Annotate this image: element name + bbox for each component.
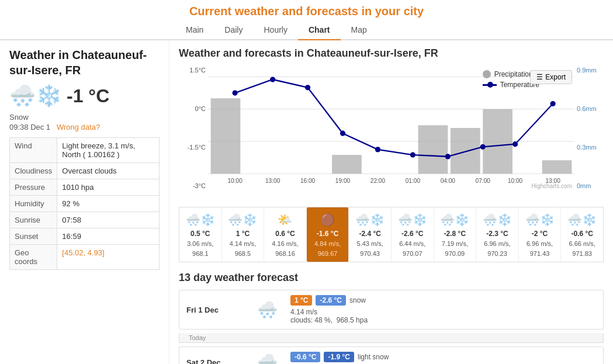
export-button[interactable]: ☰ Export bbox=[530, 70, 572, 84]
svg-point-10 bbox=[232, 90, 237, 95]
hourly-cell: 🌨️❄️ 1 °C 4.14 m/s, 968.5 bbox=[222, 207, 265, 262]
forecast-date: Fri 1 Dec bbox=[186, 306, 243, 314]
svg-text:01:00: 01:00 bbox=[406, 178, 421, 184]
tab-daily[interactable]: Daily bbox=[214, 20, 253, 40]
forecast-date: Sat 2 Dec bbox=[186, 358, 243, 365]
sidebar: Weather in Chateauneuf-sur-Isere, FR 🌨️❄… bbox=[0, 40, 169, 364]
row-label: Geo coords bbox=[10, 245, 57, 270]
row-value: Overcast clouds bbox=[57, 163, 160, 179]
chart-area: 10:00 13:00 16:00 19:00 22:00 01:00 04:0… bbox=[208, 67, 574, 189]
precipitation-label: Precipitation bbox=[494, 70, 533, 78]
svg-rect-4 bbox=[211, 98, 241, 174]
content: Weather and forecasts in Chateauneuf-sur… bbox=[169, 40, 613, 364]
row-label: Humidity bbox=[10, 196, 57, 212]
table-row: Geo coords [45.02, 4.93] bbox=[10, 245, 160, 270]
hourly-pressure: 970.07 bbox=[393, 249, 432, 259]
table-row: Cloudiness Overcast clouds bbox=[10, 163, 160, 179]
svg-point-18 bbox=[512, 141, 518, 147]
main-layout: Weather in Chateauneuf-sur-Isere, FR 🌨️❄… bbox=[0, 40, 613, 364]
datetime-text: 09:38 Dec 1 bbox=[9, 123, 50, 131]
y-right-label: 0mm bbox=[577, 182, 604, 189]
forecast-temps-col: -0.6 °C -1.9 °C light snow 6.66 m/s bbox=[285, 347, 603, 364]
geo-coords-link[interactable]: [45.02, 4.93] bbox=[62, 248, 104, 257]
svg-point-11 bbox=[270, 77, 275, 82]
row-value-geo: [45.02, 4.93] bbox=[57, 245, 160, 270]
tab-main[interactable]: Main bbox=[175, 20, 214, 40]
section-title: Weather and forecasts in Chateauneuf-sur… bbox=[179, 47, 604, 60]
hourly-temp: -2.8 °C bbox=[435, 228, 475, 239]
hourly-icon: 🌨️❄️ bbox=[181, 211, 220, 228]
svg-point-12 bbox=[305, 85, 310, 90]
hamburger-icon: ☰ bbox=[536, 73, 543, 81]
badge-high-temp: -0.6 °C bbox=[290, 352, 320, 362]
badge-low-temp: -2.6 °C bbox=[316, 295, 345, 306]
hourly-pressure: 968.1 bbox=[181, 249, 220, 259]
forecast-temps-col: 1 °C -2.6 °C snow 4.14 m/s clouds: 48 %,… bbox=[285, 290, 603, 329]
forecast-date-col: Fri 1 Dec bbox=[179, 300, 250, 320]
current-temp-row: 🌨️❄️ -1 °C bbox=[9, 84, 160, 108]
hourly-wind: 6.96 m/s, bbox=[477, 239, 517, 249]
page-header: Current weather and forecasts in your ci… bbox=[0, 0, 613, 20]
datetime-row: 09:38 Dec 1 Wrong data? bbox=[9, 123, 160, 131]
y-label: 1.5°C bbox=[179, 67, 206, 74]
hourly-icon: 🌤️ bbox=[265, 211, 305, 228]
export-label: Export bbox=[545, 73, 566, 81]
hourly-icon: 🌨️❄️ bbox=[435, 211, 475, 228]
hourly-temp: 1 °C bbox=[223, 228, 263, 239]
y-right-label: 0.3mm bbox=[577, 144, 604, 151]
svg-point-14 bbox=[375, 147, 380, 152]
y-label: -1.5°C bbox=[179, 144, 206, 151]
row-value: 92 % bbox=[57, 196, 160, 212]
tab-map[interactable]: Map bbox=[341, 20, 378, 40]
hourly-cell: 🌤️ 0.6 °C 4.16 m/s, 968.16 bbox=[264, 207, 307, 262]
hourly-cell: 🌨️❄️ -2.3 °C 6.96 m/s, 970.23 bbox=[476, 207, 519, 262]
row-label: Pressure bbox=[10, 179, 57, 196]
svg-text:10:00: 10:00 bbox=[227, 178, 243, 184]
current-temp: -1 °C bbox=[67, 85, 109, 107]
hourly-wind: 6.96 m/s, bbox=[520, 239, 560, 249]
hourly-cell: 🌨️❄️ -2 °C 6.96 m/s, 971.43 bbox=[519, 207, 562, 262]
svg-point-16 bbox=[445, 154, 451, 159]
svg-text:13:00: 13:00 bbox=[265, 178, 280, 184]
info-table: Wind Light breeze, 3.1 m/s, North ( 1.00… bbox=[9, 137, 160, 270]
hourly-pressure: 968.5 bbox=[223, 249, 263, 259]
forecast-weather-icon: 🌨️ bbox=[257, 353, 278, 365]
forecast-title: 13 day weather forecast bbox=[179, 272, 604, 284]
hourly-icon: 🟤 bbox=[308, 211, 348, 228]
svg-point-15 bbox=[410, 152, 415, 157]
row-value: 07:58 bbox=[57, 212, 160, 228]
forecast-condition: light snow bbox=[358, 353, 389, 361]
hourly-icon: 🌨️❄️ bbox=[477, 211, 517, 228]
row-value: 16:59 bbox=[57, 228, 160, 245]
svg-point-19 bbox=[550, 101, 556, 106]
hourly-pressure: 969.67 bbox=[308, 249, 348, 259]
y-right-label: 0.9mm bbox=[577, 67, 604, 74]
hourly-pressure: 970.09 bbox=[435, 249, 475, 259]
table-row: Sunrise 07:58 bbox=[10, 212, 160, 228]
row-value: 1010 hpa bbox=[57, 179, 160, 196]
hourly-cell: 🌨️❄️ -2.6 °C 6.44 m/s, 970.07 bbox=[392, 207, 434, 262]
forecast-row-1: Fri 1 Dec 🌨️ 1 °C -2.6 °C snow 4.14 m/s … bbox=[179, 290, 604, 330]
tab-hourly[interactable]: Hourly bbox=[253, 20, 297, 40]
y-label: 0°C bbox=[179, 105, 206, 112]
row-label: Wind bbox=[10, 138, 57, 163]
svg-rect-6 bbox=[418, 125, 448, 174]
wrong-data-link[interactable]: Wrong data? bbox=[57, 123, 100, 131]
chart-y-right: 0.9mm 0.6mm 0.3mm 0mm bbox=[574, 67, 604, 189]
tab-chart[interactable]: Chart bbox=[298, 20, 341, 40]
svg-text:22:00: 22:00 bbox=[370, 178, 386, 184]
forecast-badges: -0.6 °C -1.9 °C light snow bbox=[290, 352, 597, 362]
svg-rect-9 bbox=[542, 160, 572, 174]
hourly-cell: 🌨️❄️ 0.5 °C 3.06 m/s, 968.1 bbox=[179, 207, 222, 262]
svg-text:19:00: 19:00 bbox=[335, 178, 351, 184]
hourly-temp: -2 °C bbox=[520, 228, 560, 239]
condition-label: Snow bbox=[9, 113, 160, 122]
hourly-icon: 🌨️❄️ bbox=[520, 211, 560, 228]
hourly-icon: 🌨️❄️ bbox=[393, 211, 432, 228]
y-right-label: 0.6mm bbox=[577, 105, 604, 112]
forecast-weather-icon: 🌨️ bbox=[257, 301, 278, 319]
row-label: Sunset bbox=[10, 228, 57, 245]
hourly-wind: 6.44 m/s, bbox=[393, 239, 432, 249]
hourly-wind: 5.43 m/s, bbox=[350, 239, 390, 249]
svg-point-13 bbox=[340, 131, 345, 136]
